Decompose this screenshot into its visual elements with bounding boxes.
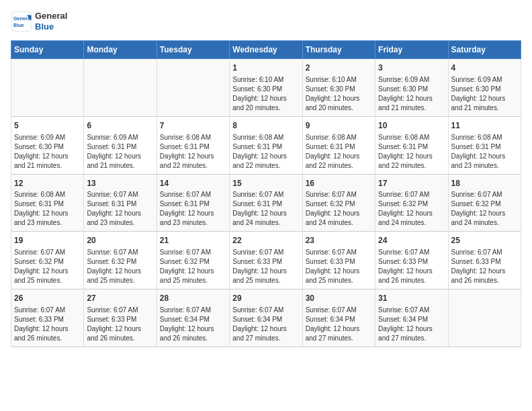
day-number: 19 [14,235,81,246]
calendar-cell: 12Sunrise: 6:08 AM Sunset: 6:31 PM Dayli… [11,174,84,232]
day-number: 1 [232,62,299,74]
day-info: Sunrise: 6:08 AM Sunset: 6:31 PM Dayligh… [378,133,445,171]
day-number: 17 [378,178,445,189]
day-number: 18 [451,178,518,189]
calendar-week-2: 5Sunrise: 6:09 AM Sunset: 6:30 PM Daylig… [11,116,521,174]
day-number: 24 [378,235,445,246]
calendar-cell: 22Sunrise: 6:07 AM Sunset: 6:33 PM Dayli… [230,232,302,289]
day-info: Sunrise: 6:07 AM Sunset: 6:34 PM Dayligh… [160,306,226,343]
day-info: Sunrise: 6:08 AM Sunset: 6:31 PM Dayligh… [14,190,81,228]
day-info: Sunrise: 6:07 AM Sunset: 6:32 PM Dayligh… [14,248,81,285]
calendar-week-3: 12Sunrise: 6:08 AM Sunset: 6:31 PM Dayli… [11,174,521,232]
day-info: Sunrise: 6:07 AM Sunset: 6:33 PM Dayligh… [451,248,518,285]
day-info: Sunrise: 6:08 AM Sunset: 6:31 PM Dayligh… [160,133,226,171]
calendar-cell: 2Sunrise: 6:10 AM Sunset: 6:30 PM Daylig… [302,59,375,117]
calendar-cell: 24Sunrise: 6:07 AM Sunset: 6:33 PM Dayli… [375,232,448,289]
calendar-cell: 27Sunrise: 6:07 AM Sunset: 6:33 PM Dayli… [84,289,157,347]
calendar-cell: 3Sunrise: 6:09 AM Sunset: 6:30 PM Daylig… [375,59,448,117]
calendar-cell: 1Sunrise: 6:10 AM Sunset: 6:30 PM Daylig… [230,59,302,117]
day-info: Sunrise: 6:10 AM Sunset: 6:30 PM Dayligh… [306,75,372,113]
svg-text:Blue: Blue [13,22,24,28]
day-number: 3 [378,62,445,74]
day-info: Sunrise: 6:09 AM Sunset: 6:30 PM Dayligh… [14,133,81,171]
day-number: 13 [87,178,153,189]
calendar-header: SundayMondayTuesdayWednesdayThursdayFrid… [11,41,521,59]
day-number: 4 [451,62,518,74]
logo: General Blue General Blue [11,11,67,32]
calendar-cell: 28Sunrise: 6:07 AM Sunset: 6:34 PM Dayli… [157,289,229,347]
calendar-cell: 10Sunrise: 6:08 AM Sunset: 6:31 PM Dayli… [375,116,448,174]
calendar-cell: 5Sunrise: 6:09 AM Sunset: 6:30 PM Daylig… [11,116,84,174]
day-info: Sunrise: 6:07 AM Sunset: 6:33 PM Dayligh… [378,248,445,285]
day-info: Sunrise: 6:07 AM Sunset: 6:34 PM Dayligh… [232,306,299,343]
weekday-header-friday: Friday [375,41,448,59]
calendar-cell: 14Sunrise: 6:07 AM Sunset: 6:31 PM Dayli… [157,174,229,232]
calendar-cell [11,59,84,117]
day-info: Sunrise: 6:07 AM Sunset: 6:32 PM Dayligh… [378,190,445,228]
calendar-cell: 9Sunrise: 6:08 AM Sunset: 6:31 PM Daylig… [302,116,375,174]
calendar-cell: 8Sunrise: 6:08 AM Sunset: 6:31 PM Daylig… [230,116,302,174]
weekday-header-sunday: Sunday [11,41,84,59]
calendar-cell: 18Sunrise: 6:07 AM Sunset: 6:32 PM Dayli… [448,174,521,232]
day-number: 22 [232,235,299,246]
day-number: 2 [306,62,372,74]
day-number: 14 [160,178,226,189]
calendar-cell: 26Sunrise: 6:07 AM Sunset: 6:33 PM Dayli… [11,289,84,347]
day-number: 20 [87,235,153,246]
day-info: Sunrise: 6:07 AM Sunset: 6:31 PM Dayligh… [160,190,226,228]
day-number: 28 [160,293,226,304]
day-info: Sunrise: 6:07 AM Sunset: 6:33 PM Dayligh… [306,248,372,285]
calendar-cell: 13Sunrise: 6:07 AM Sunset: 6:31 PM Dayli… [84,174,157,232]
day-info: Sunrise: 6:07 AM Sunset: 6:33 PM Dayligh… [87,306,153,343]
calendar-cell: 25Sunrise: 6:07 AM Sunset: 6:33 PM Dayli… [448,232,521,289]
day-info: Sunrise: 6:09 AM Sunset: 6:30 PM Dayligh… [378,75,445,113]
calendar-cell: 19Sunrise: 6:07 AM Sunset: 6:32 PM Dayli… [11,232,84,289]
calendar-body: 1Sunrise: 6:10 AM Sunset: 6:30 PM Daylig… [11,59,521,347]
calendar-cell: 29Sunrise: 6:07 AM Sunset: 6:34 PM Dayli… [230,289,302,347]
calendar-cell: 6Sunrise: 6:09 AM Sunset: 6:31 PM Daylig… [84,116,157,174]
calendar-cell: 11Sunrise: 6:08 AM Sunset: 6:31 PM Dayli… [448,116,521,174]
calendar-cell: 23Sunrise: 6:07 AM Sunset: 6:33 PM Dayli… [302,232,375,289]
day-info: Sunrise: 6:07 AM Sunset: 6:33 PM Dayligh… [232,248,299,285]
day-number: 21 [160,235,226,246]
day-number: 6 [87,120,153,132]
day-number: 9 [306,120,372,132]
day-info: Sunrise: 6:07 AM Sunset: 6:32 PM Dayligh… [87,248,153,285]
day-info: Sunrise: 6:07 AM Sunset: 6:31 PM Dayligh… [87,190,153,228]
calendar-cell [84,59,157,117]
day-info: Sunrise: 6:07 AM Sunset: 6:33 PM Dayligh… [14,306,81,343]
day-number: 11 [451,120,518,132]
day-number: 31 [378,293,445,304]
day-info: Sunrise: 6:09 AM Sunset: 6:31 PM Dayligh… [87,133,153,171]
day-number: 23 [306,235,372,246]
day-number: 12 [14,178,81,189]
day-number: 27 [87,293,153,304]
day-info: Sunrise: 6:10 AM Sunset: 6:30 PM Dayligh… [232,75,299,113]
day-info: Sunrise: 6:07 AM Sunset: 6:34 PM Dayligh… [378,306,445,343]
day-info: Sunrise: 6:08 AM Sunset: 6:31 PM Dayligh… [451,133,518,171]
weekday-row: SundayMondayTuesdayWednesdayThursdayFrid… [11,41,521,59]
calendar-week-1: 1Sunrise: 6:10 AM Sunset: 6:30 PM Daylig… [11,59,521,117]
day-info: Sunrise: 6:08 AM Sunset: 6:31 PM Dayligh… [306,133,372,171]
calendar-cell: 31Sunrise: 6:07 AM Sunset: 6:34 PM Dayli… [375,289,448,347]
day-info: Sunrise: 6:07 AM Sunset: 6:32 PM Dayligh… [451,190,518,228]
weekday-header-monday: Monday [84,41,157,59]
day-info: Sunrise: 6:07 AM Sunset: 6:34 PM Dayligh… [306,306,372,343]
day-info: Sunrise: 6:09 AM Sunset: 6:30 PM Dayligh… [451,75,518,113]
weekday-header-wednesday: Wednesday [230,41,302,59]
day-number: 16 [306,178,372,189]
day-number: 30 [306,293,372,304]
calendar-cell: 30Sunrise: 6:07 AM Sunset: 6:34 PM Dayli… [302,289,375,347]
day-number: 29 [232,293,299,304]
calendar-cell [157,59,229,117]
weekday-header-saturday: Saturday [448,41,521,59]
day-number: 15 [232,178,299,189]
logo-icon: General Blue [11,11,32,32]
calendar-cell: 20Sunrise: 6:07 AM Sunset: 6:32 PM Dayli… [84,232,157,289]
calendar-cell: 21Sunrise: 6:07 AM Sunset: 6:32 PM Dayli… [157,232,229,289]
weekday-header-thursday: Thursday [302,41,375,59]
day-info: Sunrise: 6:07 AM Sunset: 6:32 PM Dayligh… [306,190,372,228]
day-number: 5 [14,120,81,132]
weekday-header-tuesday: Tuesday [157,41,229,59]
calendar-cell: 7Sunrise: 6:08 AM Sunset: 6:31 PM Daylig… [157,116,229,174]
